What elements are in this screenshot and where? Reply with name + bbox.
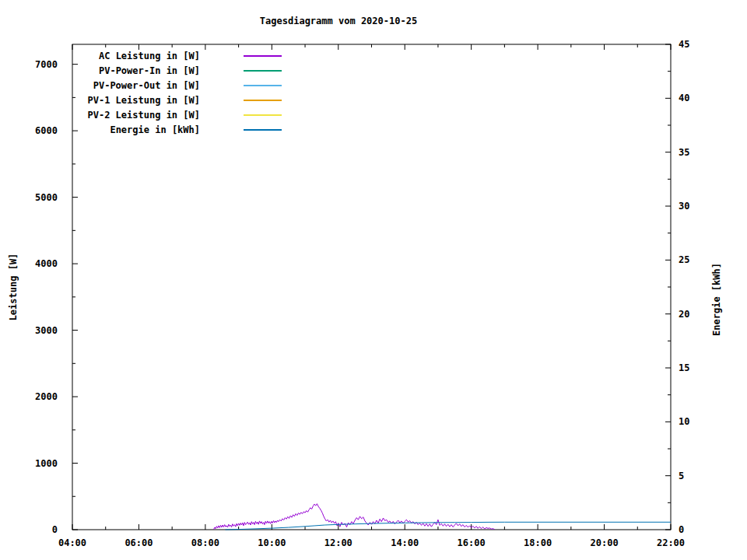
y-right-tick-label: 15 [679, 362, 689, 373]
series-line-0-ac-leistung-in-w- [214, 504, 495, 530]
x-tick-label: 14:00 [391, 537, 419, 548]
x-tick-label: 10:00 [258, 537, 286, 548]
x-tick-label: 04:00 [58, 537, 86, 548]
x-tick-label: 08:00 [191, 537, 219, 548]
y-left-tick-label: 4000 [35, 258, 58, 269]
y-left-tick-label: 1000 [35, 458, 58, 469]
y-right-tick-label: 5 [679, 471, 684, 481]
legend-label: Energie in [kWh] [110, 124, 200, 135]
y-right-tick-label: 35 [679, 147, 689, 158]
x-tick-label: 16:00 [458, 537, 486, 548]
y-left-tick-label: 7000 [35, 59, 58, 70]
y-left-tick-label: 0 [52, 524, 58, 535]
chart: Tagesdiagramm vom 2020-10-25 Leistung [W… [0, 0, 747, 560]
y-right-tick-label: 25 [679, 254, 689, 265]
x-tick-label: 22:00 [657, 537, 685, 548]
y-left-tick-label: 3000 [35, 325, 58, 336]
y-right-tick-label: 10 [679, 416, 689, 427]
y-right-tick-label: 0 [679, 524, 684, 535]
x-tick-label: 12:00 [324, 537, 352, 548]
x-tick-label: 18:00 [524, 537, 552, 548]
y-right-tick-label: 45 [679, 39, 689, 50]
legend-label: AC Leistung in [W] [99, 51, 200, 61]
y-left-tick-label: 5000 [35, 192, 58, 203]
x-tick-label: 20:00 [590, 537, 618, 548]
chart-canvas: 04:0006:0008:0010:0012:0014:0016:0018:00… [0, 0, 747, 560]
legend-label: PV-2 Leistung in [W] [88, 110, 201, 121]
y-right-tick-label: 20 [679, 309, 689, 320]
y-left-tick-label: 6000 [35, 125, 58, 136]
x-tick-label: 06:00 [124, 537, 153, 548]
legend-label: PV-1 Leistung in [W] [88, 95, 201, 106]
y-right-tick-label: 30 [679, 201, 689, 212]
y-right-tick-label: 40 [679, 93, 689, 103]
legend-label: PV-Power-In in [W] [99, 65, 200, 76]
y-left-tick-label: 2000 [35, 391, 58, 402]
legend-label: PV-Power-Out in [W] [93, 80, 200, 91]
